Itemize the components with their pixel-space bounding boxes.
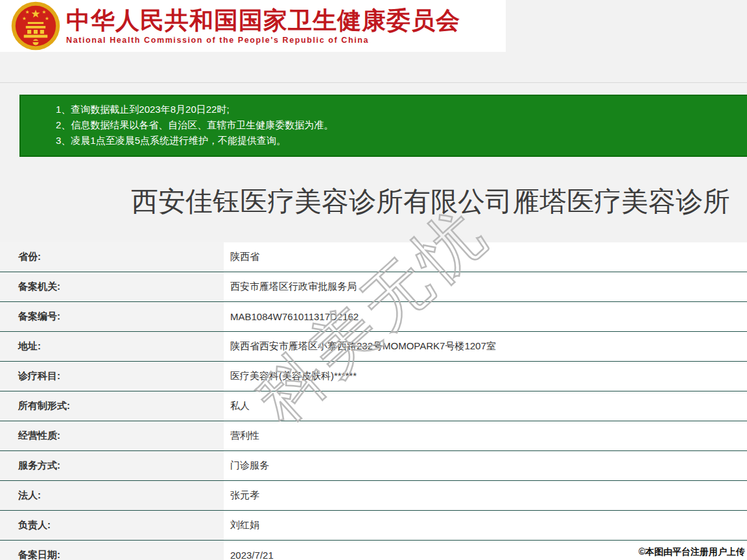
row-label: 省份: (0, 242, 224, 272)
row-label: 法人: (0, 481, 224, 510)
row-label: 备案机关: (0, 272, 224, 301)
row-value: 私人 (224, 391, 747, 421)
site-header-brand: ★ ★ ★ ★ ★ 中华人民共和国国家卫生健康委员会 National Heal… (0, 0, 506, 52)
row-label: 服务方式: (0, 451, 224, 480)
table-row: 法人: 张元孝 (0, 481, 747, 511)
notice-line: 1、查询数据截止到2023年8月20日22时; (56, 102, 747, 117)
notice-banner: 1、查询数据截止到2023年8月20日22时; 2、信息数据结果以各省、自治区、… (19, 95, 747, 157)
row-label: 所有制形式: (0, 391, 224, 421)
table-row: 诊疗科目: 医疗美容科(美容皮肤科)****** (0, 362, 747, 391)
notice-line: 2、信息数据结果以各省、自治区、直辖市卫生健康委数据为准。 (56, 117, 747, 133)
table-row: 备案编号: MAB1084W761011317D2162 (0, 302, 747, 332)
svg-text:★: ★ (42, 9, 47, 15)
row-label: 备案日期: (0, 541, 224, 560)
svg-text:★: ★ (22, 16, 27, 21)
row-value: MAB1084W761011317D2162 (224, 302, 747, 331)
row-label: 地址: (0, 332, 224, 361)
table-row: 备案日期: 2023/7/21 (0, 541, 747, 560)
svg-text:★: ★ (31, 8, 41, 20)
row-label: 备案编号: (0, 302, 224, 331)
row-value: 陕西省 (224, 242, 747, 272)
site-title-chinese: 中华人民共和国国家卫生健康委员会 (66, 8, 460, 34)
table-row: 地址: 陕西省西安市雁塔区小寨西路232号MOMOPARK7号楼1207室 (0, 332, 747, 362)
header-titles: 中华人民共和国国家卫生健康委员会 National Health Commiss… (66, 8, 460, 45)
page: ★ ★ ★ ★ ★ 中华人民共和国国家卫生健康委员会 National Heal… (0, 0, 747, 560)
header-divider (0, 52, 747, 83)
notice-line: 3、凌晨1点至凌晨5点系统进行维护，不能提供查询。 (56, 133, 747, 148)
table-row: 所有制形式: 私人 (0, 391, 747, 421)
record-table: 省份: 陕西省 备案机关: 西安市雁塔区行政审批服务局 备案编号: MAB108… (0, 242, 747, 560)
row-label: 负责人: (0, 511, 224, 540)
table-row: 服务方式: 门诊服务 (0, 451, 747, 481)
image-upload-caption: ©本图由平台注册用户上传 (639, 546, 745, 558)
table-row: 省份: 陕西省 (0, 242, 747, 272)
site-header: ★ ★ ★ ★ ★ 中华人民共和国国家卫生健康委员会 National Heal… (0, 0, 747, 52)
row-value: 刘红娟 (224, 511, 747, 540)
row-value: 门诊服务 (224, 451, 747, 480)
row-value: 张元孝 (224, 481, 747, 510)
row-value: 营利性 (224, 421, 747, 450)
row-label: 经营性质: (0, 421, 224, 450)
row-value: 陕西省西安市雁塔区小寨西路232号MOMOPARK7号楼1207室 (224, 332, 747, 361)
china-national-emblem-icon: ★ ★ ★ ★ ★ (9, 1, 62, 51)
site-title-english: National Health Commission of the People… (66, 36, 460, 45)
row-value: 医疗美容科(美容皮肤科)****** (224, 362, 747, 391)
table-row: 经营性质: 营利性 (0, 421, 747, 451)
table-row: 负责人: 刘红娟 (0, 511, 747, 541)
table-row: 备案机关: 西安市雁塔区行政审批服务局 (0, 272, 747, 302)
svg-text:★: ★ (45, 16, 49, 21)
row-value: 西安市雁塔区行政审批服务局 (224, 272, 747, 301)
row-label: 诊疗科目: (0, 362, 224, 391)
record-title: 西安佳钰医疗美容诊所有限公司雁塔医疗美容诊所 (0, 185, 747, 218)
svg-text:★: ★ (25, 9, 30, 15)
